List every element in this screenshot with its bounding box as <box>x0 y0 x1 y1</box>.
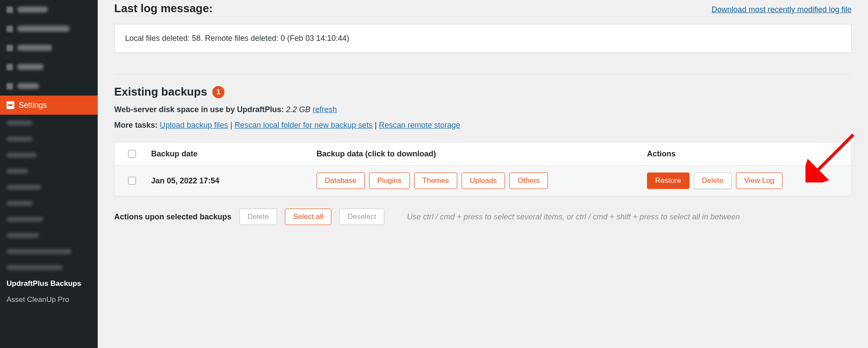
sidebar-item-blurred <box>0 19 98 38</box>
backups-table: Backup date Backup data (click to downlo… <box>114 142 851 196</box>
download-themes-button[interactable]: Themes <box>414 172 457 189</box>
more-tasks-label: More tasks: <box>114 121 158 129</box>
sidebar-subitem-blurred <box>0 211 98 227</box>
download-plugins-button[interactable]: Plugins <box>369 172 410 189</box>
sidebar-subitem-blurred <box>0 243 98 259</box>
table-row: Jan 05, 2022 17:54 Database Plugins Them… <box>115 166 851 196</box>
restore-button[interactable]: Restore <box>647 172 690 189</box>
bulk-actions-row: Actions upon selected backups Delete Sel… <box>114 209 851 225</box>
sidebar-item-label: UpdraftPlus Backups <box>7 279 81 288</box>
sidebar-item-settings[interactable]: Settings <box>0 96 98 115</box>
download-others-button[interactable]: Others <box>509 172 548 189</box>
sidebar-item-blurred <box>0 0 98 19</box>
col-header-data: Backup data (click to download) <box>317 149 647 159</box>
sidebar-subitem-blurred <box>0 195 98 211</box>
sidebar-item-blurred <box>0 38 98 57</box>
bulk-delete-button[interactable]: Delete <box>239 209 277 225</box>
rescan-local-link[interactable]: Rescan local folder for new backup sets <box>234 121 373 129</box>
sidebar: Settings UpdraftPlus Backups Asset Clean… <box>0 0 98 348</box>
bulk-actions-label: Actions upon selected backups <box>114 212 231 222</box>
sidebar-subitem-blurred <box>0 147 98 163</box>
rescan-remote-link[interactable]: Rescan remote storage <box>379 121 460 129</box>
last-log-heading: Last log message: <box>114 2 213 15</box>
download-log-link[interactable]: Download most recently modified log file <box>712 5 851 14</box>
delete-button[interactable]: Delete <box>694 172 732 189</box>
disk-space-label: Web-server disk space in use by UpdraftP… <box>114 105 284 114</box>
select-all-checkbox[interactable] <box>128 150 136 158</box>
row-checkbox[interactable] <box>128 177 136 185</box>
refresh-link[interactable]: refresh <box>313 105 337 114</box>
bulk-select-all-button[interactable]: Select all <box>285 209 331 225</box>
bulk-deselect-button[interactable]: Deselect <box>339 209 384 225</box>
bulk-hint: Use ctrl / cmd + press to select several… <box>407 212 740 222</box>
sidebar-subitem-blurred <box>0 115 98 131</box>
view-log-button[interactable]: View Log <box>736 172 783 189</box>
existing-backups-heading: Existing backups <box>114 85 207 99</box>
sidebar-subitem-blurred <box>0 131 98 147</box>
sidebar-item-blurred <box>0 57 98 76</box>
sidebar-subitem-blurred <box>0 227 98 243</box>
disk-space-line: Web-server disk space in use by UpdraftP… <box>114 105 851 114</box>
col-header-date: Backup date <box>149 149 317 159</box>
upload-backup-link[interactable]: Upload backup files <box>160 121 228 129</box>
settings-icon <box>7 101 14 109</box>
sidebar-subitem-blurred <box>0 179 98 195</box>
sidebar-item-updraftplus[interactable]: UpdraftPlus Backups <box>0 275 98 292</box>
sidebar-item-asset-cleanup[interactable]: Asset CleanUp Pro <box>0 292 98 308</box>
backup-count-badge: 1 <box>212 86 224 98</box>
col-header-actions: Actions <box>647 149 851 159</box>
download-database-button[interactable]: Database <box>317 172 365 189</box>
sidebar-item-label: Settings <box>19 101 47 110</box>
download-uploads-button[interactable]: Uploads <box>462 172 505 189</box>
backup-date: Jan 05, 2022 17:54 <box>149 176 317 186</box>
sidebar-subitem-blurred <box>0 259 98 275</box>
log-message-box: Local files deleted: 58. Remote files de… <box>114 24 851 53</box>
divider <box>114 74 851 74</box>
sidebar-item-blurred <box>0 76 98 96</box>
sidebar-item-label: Asset CleanUp Pro <box>7 295 69 304</box>
disk-space-value: 2.2 GB <box>286 105 310 114</box>
more-tasks-line: More tasks: Upload backup files | Rescan… <box>114 121 851 130</box>
sidebar-subitem-blurred <box>0 163 98 179</box>
main-content: Last log message: Download most recently… <box>98 0 868 348</box>
